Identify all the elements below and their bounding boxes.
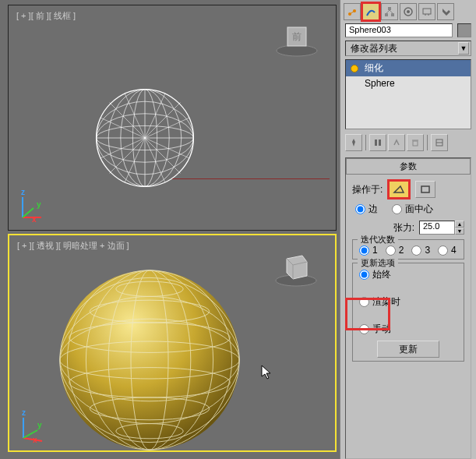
tension-field[interactable]: 25.0 — [419, 221, 455, 235]
show-end-result-button[interactable] — [369, 134, 386, 151]
operate-triangles-button[interactable] — [389, 181, 409, 198]
create-tab-icon[interactable] — [344, 3, 361, 20]
make-unique-button[interactable] — [388, 134, 405, 151]
axis-gizmo-top: zyx — [16, 191, 48, 222]
shaded-sphere — [56, 267, 243, 454]
edge-radio[interactable]: 边 — [355, 203, 378, 216]
configure-sets-button[interactable] — [431, 134, 448, 151]
motion-tab-icon[interactable] — [400, 3, 417, 20]
chevron-down-icon: ▼ — [458, 42, 469, 55]
operate-polygons-button[interactable] — [415, 181, 435, 198]
iter-2-radio[interactable]: 2 — [386, 245, 404, 256]
svg-point-49 — [407, 10, 410, 13]
viewport-label-bottom: [ + ][ 透视 ][ 明暗处理 + 边面 ] — [17, 240, 129, 252]
iter-3-radio[interactable]: 3 — [411, 245, 430, 256]
svg-rect-54 — [379, 139, 381, 146]
svg-rect-55 — [413, 141, 418, 146]
update-options-group: 更新选项 始终 渲染时 手动 更新 — [352, 263, 464, 362]
tension-spinner-up[interactable]: ▲ — [455, 221, 464, 228]
operate-on-label: 操作于: — [352, 183, 383, 196]
viewport-label-top: [ + ][ 前 ][ 线框 ] — [16, 10, 76, 22]
svg-rect-59 — [421, 186, 429, 192]
face-center-radio[interactable]: 面中心 — [392, 203, 433, 216]
hierarchy-tab-icon[interactable] — [381, 3, 398, 20]
viewcube-top[interactable]: 前 — [273, 19, 320, 57]
svg-text:前: 前 — [292, 31, 301, 42]
stack-item-sphere[interactable]: Sphere — [346, 76, 471, 90]
svg-point-15 — [277, 45, 317, 56]
iter-4-radio[interactable]: 4 — [438, 245, 457, 256]
viewport-perspective-shaded[interactable]: [ + ][ 透视 ][ 明暗处理 + 边面 ] — [8, 234, 337, 452]
update-render-radio[interactable]: 渲染时 — [359, 295, 457, 309]
rollout-title[interactable]: 参数 — [346, 158, 471, 175]
modify-tab-icon[interactable] — [362, 3, 379, 20]
modifier-list-label: 修改器列表 — [351, 42, 397, 55]
parameters-rollout: 参数 操作于: 边 面中心 张力: 25.0 ▲▼ 迭代次数 1 — [345, 157, 471, 459]
stack-item-tessellate[interactable]: 细化 — [346, 60, 471, 76]
command-panel: Sphere003 修改器列表 ▼ 细化 Sphere — [340, 0, 476, 459]
modifier-list-dropdown[interactable]: 修改器列表 ▼ — [345, 41, 471, 56]
update-button[interactable]: 更新 — [377, 341, 439, 358]
svg-rect-50 — [423, 9, 431, 14]
update-always-radio[interactable]: 始终 — [359, 268, 457, 281]
axis-line — [172, 178, 330, 179]
svg-rect-53 — [375, 139, 377, 146]
axis-gizmo-bottom: zyx — [17, 411, 48, 443]
svg-rect-44 — [385, 13, 388, 16]
update-options-label: 更新选项 — [358, 257, 398, 269]
svg-line-46 — [386, 10, 390, 13]
iterations-label: 迭代次数 — [358, 234, 398, 245]
svg-line-42 — [350, 11, 354, 14]
update-manual-radio[interactable]: 手动 — [359, 323, 457, 336]
svg-line-47 — [390, 10, 393, 13]
utilities-tab-icon[interactable] — [437, 3, 454, 20]
remove-modifier-button[interactable] — [407, 134, 424, 151]
viewport-front-wireframe[interactable]: [ + ][ 前 ][ 线框 ] — [8, 5, 337, 231]
viewcube-bottom[interactable] — [273, 249, 319, 287]
lightbulb-icon[interactable] — [351, 65, 358, 72]
wireframe-sphere — [94, 87, 196, 189]
object-name-field[interactable]: Sphere003 — [345, 23, 453, 37]
object-color-swatch[interactable] — [457, 23, 471, 37]
display-tab-icon[interactable] — [418, 3, 435, 20]
tension-spinner-down[interactable]: ▼ — [455, 228, 464, 235]
cursor-icon — [260, 364, 273, 383]
pin-stack-button[interactable] — [345, 134, 362, 151]
svg-rect-45 — [391, 13, 394, 16]
iter-1-radio[interactable]: 1 — [359, 245, 378, 256]
svg-rect-43 — [388, 7, 391, 10]
modifier-stack[interactable]: 细化 Sphere — [345, 59, 471, 129]
tension-label: 张力: — [393, 221, 414, 235]
svg-point-21 — [60, 270, 239, 450]
